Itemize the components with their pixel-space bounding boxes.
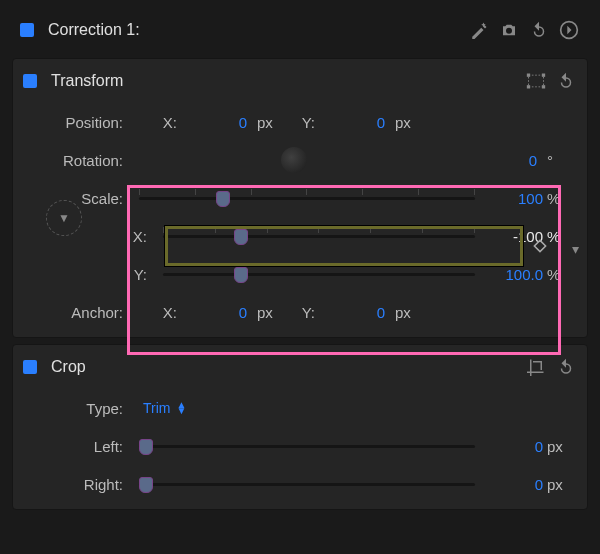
crop-right-label: Right: <box>25 476 131 493</box>
anchor-row: Anchor: X: 0 px Y: 0 px <box>13 293 587 331</box>
svg-rect-6 <box>534 240 545 251</box>
crop-type-value: Trim <box>143 400 170 416</box>
crop-right-value[interactable]: 0 <box>483 476 547 493</box>
enable-checkbox-crop[interactable] <box>23 360 37 374</box>
position-x-unit: px <box>257 114 285 131</box>
rotation-label: Rotation: <box>25 152 131 169</box>
reset-icon[interactable] <box>528 19 550 41</box>
rotation-dial[interactable] <box>281 147 307 173</box>
scale-y-value[interactable]: 100.0 <box>483 266 547 283</box>
crop-left-unit: px <box>547 438 575 455</box>
svg-rect-1 <box>529 75 544 87</box>
crop-header: Crop <box>13 345 587 389</box>
transform-header: Transform <box>13 59 587 103</box>
scale-y-slider[interactable] <box>163 265 475 283</box>
scale-x-row: X: -100 % <box>13 217 587 255</box>
scale-y-unit: % <box>547 266 575 283</box>
crop-panel: Crop Type: Trim ▲▼ Left: 0 px Right: <box>12 344 588 510</box>
scale-x-slider[interactable] <box>163 227 475 245</box>
dropdown-arrows-icon: ▲▼ <box>176 402 186 414</box>
correction-title: Correction 1: <box>48 21 258 39</box>
crop-left-row: Left: 0 px <box>13 427 587 465</box>
rotation-row: Rotation: 0 ° <box>13 141 587 179</box>
enable-checkbox-transform[interactable] <box>23 74 37 88</box>
bounds-icon[interactable] <box>525 70 547 92</box>
anchor-y-value[interactable]: 0 <box>325 304 389 321</box>
transform-title: Transform <box>51 72 525 90</box>
transform-panel: Transform Position: X: 0 px Y: 0 px Rota… <box>12 58 588 338</box>
scale-x-label: X: <box>25 228 155 245</box>
magic-wand-icon[interactable] <box>468 19 490 41</box>
position-x-value[interactable]: 0 <box>187 114 251 131</box>
crop-left-label: Left: <box>25 438 131 455</box>
svg-rect-2 <box>527 74 530 77</box>
crop-tool-icon[interactable] <box>525 356 547 378</box>
anchor-x-unit: px <box>257 304 285 321</box>
position-y-value[interactable]: 0 <box>325 114 389 131</box>
svg-rect-4 <box>527 85 530 88</box>
anchor-x-label: X: <box>153 304 181 321</box>
scale-label: Scale: <box>25 190 131 207</box>
crop-type-row: Type: Trim ▲▼ <box>13 389 587 427</box>
scale-y-row: Y: 100.0 % <box>13 255 587 293</box>
crop-type-dropdown[interactable]: Trim ▲▼ <box>131 400 186 416</box>
crop-right-slider[interactable] <box>139 475 475 493</box>
anchor-y-label: Y: <box>291 304 319 321</box>
scale-row: Scale: 100 % <box>13 179 587 217</box>
scale-x-unit: % <box>547 228 575 245</box>
anchor-label: Anchor: <box>25 304 131 321</box>
scale-slider[interactable] <box>139 189 475 207</box>
position-row: Position: X: 0 px Y: 0 px <box>13 103 587 141</box>
scale-value[interactable]: 100 <box>483 190 547 207</box>
crop-right-unit: px <box>547 476 575 493</box>
crop-right-row: Right: 0 px <box>13 465 587 503</box>
svg-rect-5 <box>542 85 545 88</box>
camera-icon[interactable] <box>498 19 520 41</box>
position-y-unit: px <box>395 114 423 131</box>
rotation-value[interactable]: 0 <box>477 152 541 169</box>
correction-header: Correction 1: <box>0 8 600 52</box>
scale-x-more-button[interactable]: ▾ <box>572 241 579 257</box>
crop-left-value[interactable]: 0 <box>483 438 547 455</box>
enable-checkbox-correction[interactable] <box>20 23 34 37</box>
position-label: Position: <box>25 114 131 131</box>
scale-unit: % <box>547 190 575 207</box>
rotation-unit: ° <box>547 152 575 169</box>
keyframe-diamond-icon[interactable] <box>533 239 547 253</box>
svg-rect-3 <box>542 74 545 77</box>
disclosure-toggle[interactable]: ▼ <box>46 200 82 236</box>
anchor-x-value[interactable]: 0 <box>187 304 251 321</box>
crop-type-label: Type: <box>25 400 131 417</box>
next-arrow-icon[interactable] <box>558 19 580 41</box>
crop-left-slider[interactable] <box>139 437 475 455</box>
crop-title: Crop <box>51 358 525 376</box>
scale-y-label: Y: <box>25 266 155 283</box>
reset-transform-icon[interactable] <box>555 70 577 92</box>
position-y-label: Y: <box>291 114 319 131</box>
reset-crop-icon[interactable] <box>555 356 577 378</box>
anchor-y-unit: px <box>395 304 423 321</box>
position-x-label: X: <box>153 114 181 131</box>
